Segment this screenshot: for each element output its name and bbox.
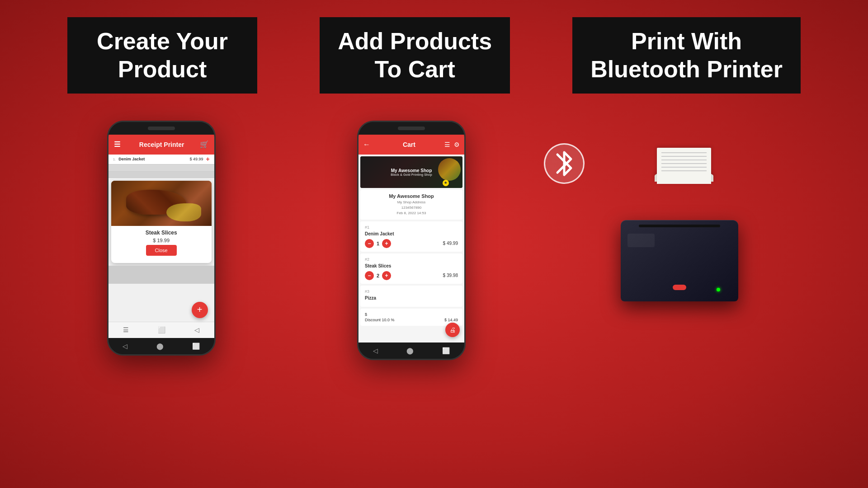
header-section: Create Your Product Add Products To Cart…	[0, 0, 868, 94]
subtotal-label: $	[365, 312, 367, 317]
qty-increase-2[interactable]: +	[382, 271, 391, 280]
cart-item-1-name: Denim Jacket	[365, 231, 458, 236]
header-2-line2: To Cart	[375, 56, 455, 82]
header-banner-3: Print With Bluetooth Printer	[572, 17, 801, 94]
cart-item-2-name: Steak Slices	[365, 263, 458, 268]
phone-1-gray-rows: 1. Denim Jacket $ 49.99 +	[108, 155, 214, 178]
shop-name: My Awesome Shop	[364, 193, 459, 199]
shop-details: My Shop Address 1234567890 Feb 8, 2022 1…	[364, 200, 459, 216]
phone-1-notch	[148, 127, 175, 130]
cart-item-1-num: #1	[365, 225, 458, 230]
shop-banner: My Awesome Shop Black & Gold Printing Sh…	[360, 156, 462, 188]
shop-info-card: My Awesome Shop My Shop Address 12345678…	[360, 190, 462, 220]
gray-row-2	[108, 164, 214, 172]
product-card-name: Steak Slices	[116, 230, 207, 236]
product-name-1: Denim Jacket	[118, 157, 189, 161]
settings-icon[interactable]: ⚙	[454, 141, 460, 148]
qty-increase-1[interactable]: +	[382, 239, 391, 248]
shop-banner-badge: ★	[443, 180, 449, 186]
header-banner-2: Add Products To Cart	[320, 17, 510, 94]
shop-address: My Shop Address	[364, 200, 459, 205]
header-3-line1: Print With	[631, 28, 742, 54]
gray-row-3	[108, 172, 214, 178]
cart-item-1-controls: − 1 + $ 49.99	[365, 239, 458, 248]
shop-phone: 1234567890	[364, 205, 459, 211]
product-price-1: $ 49.99	[189, 157, 203, 161]
cart-total: $	[365, 312, 458, 317]
discount-label: Discount 10.0 %	[365, 318, 395, 322]
qty-controls-1: − 1 +	[365, 239, 391, 248]
steak-image	[111, 181, 212, 226]
shop-banner-name: My Awesome Shop	[391, 168, 432, 173]
shop-banner-food	[438, 158, 461, 181]
nav-back-icon[interactable]: ◁	[194, 326, 199, 333]
android-recent-btn[interactable]: ⬜	[192, 343, 200, 350]
header-3-line2: Bluetooth Printer	[590, 56, 783, 82]
cart-item-3-num: #3	[365, 289, 458, 294]
close-button[interactable]: Close	[146, 245, 177, 256]
header-1-line2: Product	[118, 56, 207, 82]
cart-header-icons: ☰ ⚙	[444, 141, 460, 148]
phone-1-nav-bar: ☰ ⬜ ◁	[108, 322, 214, 338]
cart-app-bar: ← Cart ☰ ⚙	[359, 135, 464, 155]
phone-2-notch	[398, 127, 425, 130]
gray-row-1: 1. Denim Jacket $ 49.99 +	[108, 155, 214, 164]
menu-icon[interactable]: ☰	[114, 140, 120, 149]
app-bar-title-1: Receipt Printer	[124, 141, 200, 148]
printer-paper	[657, 148, 711, 184]
phone-1-fab[interactable]: +	[192, 302, 208, 318]
cart-item-2-controls: − 2 + $ 39.98	[365, 271, 458, 280]
cart-icon[interactable]: 🛒	[200, 140, 209, 149]
cart-footer: $ Discount 10.0 % $ 14.49	[360, 309, 462, 326]
android-recent-btn-2[interactable]: ⬜	[442, 347, 450, 354]
cart-item-1: #1 Denim Jacket − 1 + $ 49.99	[360, 221, 462, 252]
printer-slot	[639, 225, 720, 227]
android-back-btn-2[interactable]: ◁	[373, 347, 378, 354]
print-fab[interactable]: 🖨	[445, 323, 460, 337]
discount-value: $ 14.49	[444, 318, 458, 322]
android-back-btn[interactable]: ◁	[123, 343, 127, 350]
printer-body	[621, 220, 738, 301]
phone-2-top-bar	[359, 122, 464, 135]
product-card-1: Steak Slices $ 19.99 Close	[111, 181, 212, 263]
android-home-btn-2[interactable]: ⬤	[406, 347, 414, 354]
product-card-price: $ 19.99	[116, 238, 207, 243]
filter-icon[interactable]: ☰	[444, 141, 450, 148]
phone-1-bottom-area	[108, 266, 214, 284]
cart-item-3: #3 Pizza	[360, 286, 462, 307]
cart-back-btn[interactable]: ←	[363, 141, 370, 149]
qty-controls-2: − 2 +	[365, 271, 391, 280]
printer-section	[571, 121, 797, 301]
bluetooth-icon	[544, 143, 585, 184]
phone-1-top-bar	[108, 122, 214, 135]
bluetooth-svg	[553, 150, 576, 177]
cart-content: My Awesome Shop Black & Gold Printing Sh…	[359, 155, 464, 343]
cart-item-2: #2 Steak Slices − 2 + $ 39.98	[360, 253, 462, 284]
printer-image	[612, 175, 756, 301]
shop-banner-subtitle: Black & Gold Printing Shop	[391, 173, 432, 176]
phone-1-content: 1. Denim Jacket $ 49.99 + Steak Slices	[108, 155, 214, 322]
cart-item-3-name: Pizza	[365, 296, 458, 300]
product-card-img	[111, 181, 212, 226]
header-2-line1: Add Products	[338, 28, 492, 54]
product-card-info: Steak Slices $ 19.99 Close	[111, 226, 212, 263]
phone-2-mockup: ← Cart ☰ ⚙ My Awesome Shop Black & Gold …	[357, 121, 466, 360]
cart-item-2-num: #2	[365, 257, 458, 262]
nav-home-icon[interactable]: ⬜	[158, 326, 165, 333]
phone-1-home-bar: ◁ ⬤ ⬜	[108, 338, 214, 354]
phone-1-mockup: ☰ Receipt Printer 🛒 1. Denim Jacket $ 49…	[107, 121, 216, 356]
item-price-2: $ 39.98	[443, 273, 458, 278]
android-home-btn[interactable]: ⬤	[156, 343, 164, 350]
add-btn-1[interactable]: +	[206, 155, 209, 163]
qty-decrease-2[interactable]: −	[365, 271, 374, 280]
printer-button[interactable]	[673, 285, 686, 290]
printer-detail	[627, 234, 655, 247]
qty-num-1: 1	[377, 241, 379, 246]
fab-label: +	[197, 305, 203, 315]
content-section: ☰ Receipt Printer 🛒 1. Denim Jacket $ 49…	[0, 103, 868, 360]
qty-decrease-1[interactable]: −	[365, 239, 374, 248]
phone-2-home-bar: ◁ ⬤ ⬜	[359, 343, 464, 359]
cart-title: Cart	[374, 141, 444, 148]
qty-num-2: 2	[377, 273, 379, 278]
nav-menu-icon[interactable]: ☰	[123, 326, 129, 333]
